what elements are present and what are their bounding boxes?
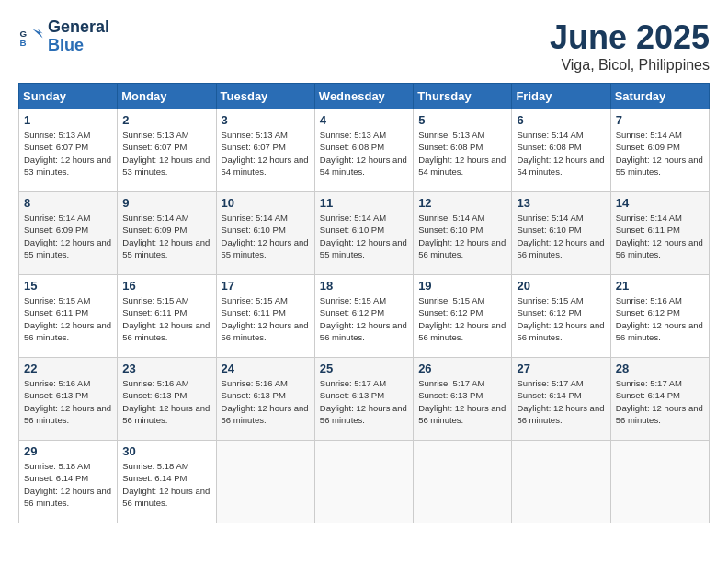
calendar: Sunday Monday Tuesday Wednesday Thursday… [18,83,710,523]
calendar-cell: 6 Sunrise: 5:14 AM Sunset: 6:08 PM Dayli… [512,109,610,192]
day-info: Sunrise: 5:13 AM Sunset: 6:08 PM Dayligh… [320,129,408,178]
logo-text: General Blue [48,18,109,55]
day-number: 17 [222,279,310,293]
calendar-cell: 25 Sunrise: 5:17 AM Sunset: 6:13 PM Dayl… [314,358,413,441]
day-number: 30 [122,444,210,458]
calendar-cell: 27 Sunrise: 5:17 AM Sunset: 6:14 PM Dayl… [512,358,610,441]
day-info: Sunrise: 5:14 AM Sunset: 6:09 PM Dayligh… [24,212,112,260]
calendar-cell: 14 Sunrise: 5:14 AM Sunset: 6:11 PM Dayl… [610,192,709,275]
calendar-cell: 7 Sunrise: 5:14 AM Sunset: 6:09 PM Dayli… [610,109,709,192]
day-number: 27 [517,362,605,375]
day-info: Sunrise: 5:14 AM Sunset: 6:09 PM Dayligh… [616,129,704,178]
day-number: 19 [418,279,506,293]
day-number: 5 [418,113,506,127]
svg-marker-2 [32,29,42,38]
day-info: Sunrise: 5:14 AM Sunset: 6:08 PM Dayligh… [517,129,605,178]
day-number: 22 [24,362,112,375]
day-number: 10 [222,196,310,210]
day-number: 3 [222,113,310,127]
calendar-cell: 29 Sunrise: 5:18 AM Sunset: 6:14 PM Dayl… [19,441,118,523]
day-info: Sunrise: 5:13 AM Sunset: 6:07 PM Dayligh… [222,129,310,178]
calendar-cell: 11 Sunrise: 5:14 AM Sunset: 6:10 PM Dayl… [314,192,413,275]
col-friday: Friday [512,84,610,109]
day-info: Sunrise: 5:13 AM Sunset: 6:08 PM Dayligh… [418,129,506,178]
calendar-cell [610,441,709,523]
calendar-cell: 8 Sunrise: 5:14 AM Sunset: 6:09 PM Dayli… [19,192,118,275]
calendar-row-5: 29 Sunrise: 5:18 AM Sunset: 6:14 PM Dayl… [19,441,710,523]
calendar-row-1: 1 Sunrise: 5:13 AM Sunset: 6:07 PM Dayli… [19,109,710,192]
calendar-cell: 22 Sunrise: 5:16 AM Sunset: 6:13 PM Dayl… [19,358,118,441]
day-info: Sunrise: 5:16 AM Sunset: 6:13 PM Dayligh… [222,377,310,426]
day-number: 21 [616,279,704,293]
subtitle: Viga, Bicol, Philippines [550,57,710,74]
col-wednesday: Wednesday [314,84,413,109]
day-number: 13 [517,196,605,210]
day-info: Sunrise: 5:15 AM Sunset: 6:12 PM Dayligh… [517,294,605,343]
calendar-cell: 16 Sunrise: 5:15 AM Sunset: 6:11 PM Dayl… [118,275,216,358]
day-info: Sunrise: 5:16 AM Sunset: 6:12 PM Dayligh… [616,294,704,343]
calendar-cell: 17 Sunrise: 5:15 AM Sunset: 6:11 PM Dayl… [216,275,314,358]
day-info: Sunrise: 5:15 AM Sunset: 6:11 PM Dayligh… [24,294,112,343]
day-info: Sunrise: 5:16 AM Sunset: 6:13 PM Dayligh… [24,377,112,426]
calendar-cell: 19 Sunrise: 5:15 AM Sunset: 6:12 PM Dayl… [414,275,512,358]
logo: G B General Blue [18,18,109,55]
calendar-row-2: 8 Sunrise: 5:14 AM Sunset: 6:09 PM Dayli… [19,192,710,275]
calendar-cell: 13 Sunrise: 5:14 AM Sunset: 6:10 PM Dayl… [512,192,610,275]
day-number: 29 [24,444,112,458]
day-number: 4 [320,113,408,127]
calendar-cell: 18 Sunrise: 5:15 AM Sunset: 6:12 PM Dayl… [314,275,413,358]
day-number: 8 [24,196,112,210]
day-number: 26 [418,362,506,375]
day-number: 9 [122,196,210,210]
calendar-cell: 26 Sunrise: 5:17 AM Sunset: 6:13 PM Dayl… [414,358,512,441]
calendar-cell: 4 Sunrise: 5:13 AM Sunset: 6:08 PM Dayli… [314,109,413,192]
calendar-row-3: 15 Sunrise: 5:15 AM Sunset: 6:11 PM Dayl… [19,275,710,358]
header: G B General Blue June 2025 Viga, Bicol, … [18,18,710,74]
day-number: 14 [616,196,704,210]
day-info: Sunrise: 5:14 AM Sunset: 6:10 PM Dayligh… [517,212,605,260]
calendar-cell: 20 Sunrise: 5:15 AM Sunset: 6:12 PM Dayl… [512,275,610,358]
day-number: 7 [616,113,704,127]
day-info: Sunrise: 5:15 AM Sunset: 6:11 PM Dayligh… [222,294,310,343]
day-number: 15 [24,279,112,293]
day-info: Sunrise: 5:14 AM Sunset: 6:10 PM Dayligh… [418,212,506,260]
calendar-cell: 2 Sunrise: 5:13 AM Sunset: 6:07 PM Dayli… [118,109,216,192]
col-thursday: Thursday [414,84,512,109]
day-number: 25 [320,362,408,375]
col-tuesday: Tuesday [216,84,314,109]
day-info: Sunrise: 5:16 AM Sunset: 6:13 PM Dayligh… [122,377,210,426]
day-info: Sunrise: 5:18 AM Sunset: 6:14 PM Dayligh… [24,460,112,509]
calendar-cell: 21 Sunrise: 5:16 AM Sunset: 6:12 PM Dayl… [610,275,709,358]
calendar-cell: 28 Sunrise: 5:17 AM Sunset: 6:14 PM Dayl… [610,358,709,441]
day-info: Sunrise: 5:13 AM Sunset: 6:07 PM Dayligh… [122,129,210,178]
title-area: June 2025 Viga, Bicol, Philippines [550,18,710,74]
day-info: Sunrise: 5:14 AM Sunset: 6:09 PM Dayligh… [122,212,210,260]
day-info: Sunrise: 5:17 AM Sunset: 6:13 PM Dayligh… [320,377,408,426]
calendar-cell [314,441,413,523]
day-number: 20 [517,279,605,293]
day-info: Sunrise: 5:18 AM Sunset: 6:14 PM Dayligh… [122,460,210,509]
logo-line2: Blue [48,37,109,55]
day-number: 12 [418,196,506,210]
day-number: 28 [616,362,704,375]
main-title: June 2025 [550,18,710,57]
calendar-cell [414,441,512,523]
day-number: 1 [24,113,112,127]
day-number: 11 [320,196,408,210]
logo-line1: General [48,18,109,37]
day-info: Sunrise: 5:17 AM Sunset: 6:14 PM Dayligh… [616,377,704,426]
day-number: 23 [122,362,210,375]
col-saturday: Saturday [610,84,709,109]
day-info: Sunrise: 5:14 AM Sunset: 6:10 PM Dayligh… [320,212,408,260]
day-info: Sunrise: 5:15 AM Sunset: 6:12 PM Dayligh… [320,294,408,343]
col-sunday: Sunday [19,84,118,109]
day-info: Sunrise: 5:14 AM Sunset: 6:10 PM Dayligh… [222,212,310,260]
day-info: Sunrise: 5:14 AM Sunset: 6:11 PM Dayligh… [616,212,704,260]
svg-text:B: B [19,38,26,48]
calendar-cell: 30 Sunrise: 5:18 AM Sunset: 6:14 PM Dayl… [118,441,216,523]
day-info: Sunrise: 5:17 AM Sunset: 6:13 PM Dayligh… [418,377,506,426]
calendar-cell: 10 Sunrise: 5:14 AM Sunset: 6:10 PM Dayl… [216,192,314,275]
calendar-row-4: 22 Sunrise: 5:16 AM Sunset: 6:13 PM Dayl… [19,358,710,441]
day-number: 18 [320,279,408,293]
day-info: Sunrise: 5:15 AM Sunset: 6:11 PM Dayligh… [122,294,210,343]
